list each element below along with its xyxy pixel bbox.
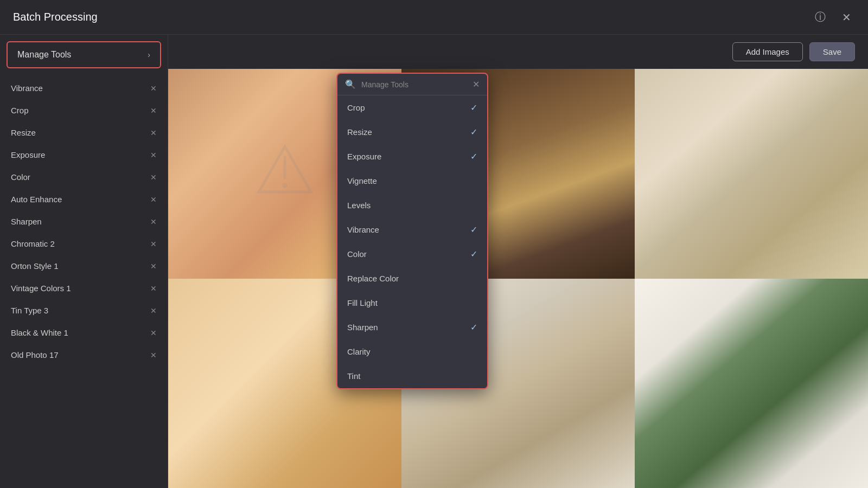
dropdown-item-label: Fill Light [347, 298, 378, 307]
svg-marker-0 [259, 146, 311, 192]
dropdown-item-tint[interactable]: Tint ✓ [337, 364, 487, 388]
tool-remove-icon[interactable]: ✕ [150, 329, 157, 337]
tool-label: Orton Style 1 [11, 261, 59, 271]
dropdown-item-label: Crop [347, 103, 365, 112]
dropdown-item-label: Vibrance [347, 225, 379, 234]
tool-item-chromatic2[interactable]: Chromatic 2 ✕ [0, 233, 168, 255]
tool-item-vibrance[interactable]: Vibrance ✕ [0, 77, 168, 99]
main-layout: Manage Tools › Vibrance ✕ Crop ✕ Resize … [0, 35, 868, 488]
tool-label: Black & White 1 [11, 328, 68, 337]
check-icon: ✓ [470, 151, 477, 162]
dropdown-close-button[interactable]: ✕ [473, 79, 480, 89]
dropdown-item-levels[interactable]: Levels ✓ [337, 193, 487, 217]
tool-item-vintage-colors1[interactable]: Vintage Colors 1 ✕ [0, 277, 168, 299]
title-bar-left: Batch Processing [13, 11, 98, 23]
tool-remove-icon[interactable]: ✕ [150, 262, 157, 271]
dropdown-search-bar: 🔍 ✕ [337, 74, 487, 95]
tool-remove-icon[interactable]: ✕ [150, 351, 157, 359]
manage-tools-button[interactable]: Manage Tools › [7, 41, 161, 68]
toolbar: Add Images Save [168, 35, 868, 69]
tool-label: Exposure [11, 150, 45, 159]
dropdown-item-label: Sharpen [347, 323, 378, 332]
app-title: Batch Processing [13, 11, 98, 23]
tool-label: Old Photo 17 [11, 350, 59, 359]
tool-remove-icon[interactable]: ✕ [150, 129, 157, 137]
tool-remove-icon[interactable]: ✕ [150, 173, 157, 182]
tool-item-orton-style1[interactable]: Orton Style 1 ✕ [0, 255, 168, 277]
tool-label: Resize [11, 128, 36, 137]
dropdown-item-label: Levels [347, 201, 371, 210]
tool-remove-icon[interactable]: ✕ [150, 106, 157, 115]
dropdown-item-vignette[interactable]: Vignette ✓ [337, 169, 487, 193]
tool-label: Tin Type 3 [11, 306, 48, 315]
tool-label: Auto Enhance [11, 195, 62, 204]
dropdown-items-list: Crop ✓ Resize ✓ Exposure ✓ Vignette ✓ Le… [337, 95, 487, 388]
info-button[interactable]: ⓘ [812, 9, 829, 26]
tool-remove-icon[interactable]: ✕ [150, 240, 157, 248]
dropdown-item-label: Exposure [347, 152, 381, 161]
dropdown-item-color[interactable]: Color ✓ [337, 242, 487, 266]
dropdown-item-label: Vignette [347, 176, 377, 185]
dropdown-item-sharpen[interactable]: Sharpen ✓ [337, 315, 487, 339]
manage-tools-dropdown: 🔍 ✕ Crop ✓ Resize ✓ Exposure ✓ Vign [336, 73, 488, 389]
close-window-button[interactable]: ✕ [838, 9, 855, 26]
dropdown-item-label: Clarity [347, 347, 371, 356]
tool-label: Vintage Colors 1 [11, 284, 71, 293]
dropdown-item-exposure[interactable]: Exposure ✓ [337, 144, 487, 169]
tool-label: Crop [11, 106, 29, 115]
tool-remove-icon[interactable]: ✕ [150, 217, 157, 226]
chevron-right-icon: › [148, 50, 150, 59]
title-bar-right: ⓘ ✕ [812, 9, 855, 26]
dropdown-item-replace-color[interactable]: Replace Color ✓ [337, 266, 487, 291]
tool-item-resize[interactable]: Resize ✕ [0, 121, 168, 144]
image-grid [168, 69, 868, 488]
add-images-button[interactable]: Add Images [732, 42, 803, 61]
tool-item-sharpen[interactable]: Sharpen ✕ [0, 210, 168, 233]
watermark-1 [252, 140, 317, 207]
title-bar: Batch Processing ⓘ ✕ [0, 0, 868, 35]
tool-remove-icon[interactable]: ✕ [150, 284, 157, 293]
dropdown-item-crop[interactable]: Crop ✓ [337, 95, 487, 120]
check-icon: ✓ [470, 224, 477, 235]
tool-remove-icon[interactable]: ✕ [150, 151, 157, 159]
tool-item-bw1[interactable]: Black & White 1 ✕ [0, 322, 168, 344]
tool-remove-icon[interactable]: ✕ [150, 84, 157, 93]
search-icon: 🔍 [345, 79, 356, 89]
dropdown-item-vibrance[interactable]: Vibrance ✓ [337, 217, 487, 242]
manage-tools-label: Manage Tools [17, 50, 71, 60]
check-icon: ✓ [470, 127, 477, 137]
tool-label: Color [11, 172, 30, 182]
content-area: Add Images Save [168, 35, 868, 488]
check-icon: ✓ [470, 102, 477, 113]
tool-item-old-photo17[interactable]: Old Photo 17 ✕ [0, 344, 168, 366]
tool-item-auto-enhance[interactable]: Auto Enhance ✕ [0, 188, 168, 210]
check-icon: ✓ [470, 249, 477, 259]
tool-label: Vibrance [11, 84, 43, 93]
tool-label: Sharpen [11, 217, 42, 226]
tool-list: Vibrance ✕ Crop ✕ Resize ✕ Exposure ✕ Co… [0, 75, 168, 488]
image-cell-6[interactable] [635, 279, 868, 489]
search-input[interactable] [361, 80, 467, 89]
tool-item-crop[interactable]: Crop ✕ [0, 99, 168, 121]
sidebar: Manage Tools › Vibrance ✕ Crop ✕ Resize … [0, 35, 168, 488]
check-icon: ✓ [470, 322, 477, 332]
dropdown-item-clarity[interactable]: Clarity ✓ [337, 339, 487, 364]
image-cell-3[interactable] [635, 69, 868, 279]
dropdown-item-label: Color [347, 249, 367, 259]
tool-item-exposure[interactable]: Exposure ✕ [0, 144, 168, 166]
dropdown-item-resize[interactable]: Resize ✓ [337, 120, 487, 144]
tool-remove-icon[interactable]: ✕ [150, 306, 157, 315]
dropdown-item-label: Resize [347, 127, 372, 137]
tool-remove-icon[interactable]: ✕ [150, 195, 157, 204]
tool-item-tin-type3[interactable]: Tin Type 3 ✕ [0, 299, 168, 322]
tool-item-color[interactable]: Color ✕ [0, 166, 168, 188]
dropdown-item-label: Tint [347, 371, 360, 381]
save-button[interactable]: Save [809, 42, 855, 61]
tool-label: Chromatic 2 [11, 239, 55, 248]
svg-point-2 [282, 183, 288, 188]
dropdown-item-label: Replace Color [347, 274, 399, 283]
dropdown-item-fill-light[interactable]: Fill Light ✓ [337, 291, 487, 315]
